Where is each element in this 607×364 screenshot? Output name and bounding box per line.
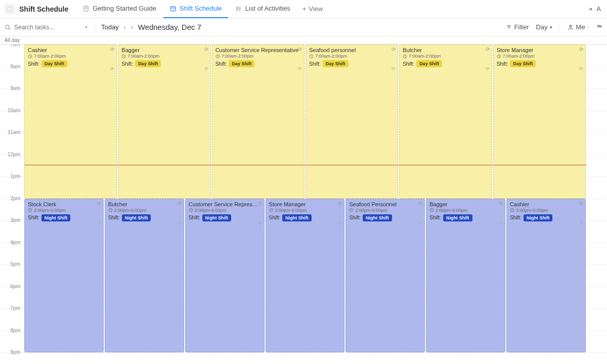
resize-handle-icon[interactable]: ⟳ xyxy=(110,66,114,71)
recurring-icon: ⟳ xyxy=(110,47,114,52)
add-view-button[interactable]: + View xyxy=(297,5,328,13)
shift-event[interactable]: Butcher7:00am-2:00pmShift:Day Shift⟳⟳ xyxy=(399,44,492,199)
shift-event[interactable]: Store Manager2:00pm-9:00pmShift:Night Sh… xyxy=(266,199,345,353)
hour-label: 7am xyxy=(0,44,22,47)
svg-point-11 xyxy=(236,10,237,10)
svg-line-26 xyxy=(124,56,125,57)
svg-line-23 xyxy=(30,56,31,57)
resize-handle-icon[interactable]: ⟳ xyxy=(499,220,503,225)
shift-event[interactable]: Bagger7:00am-2:00pmShift:Day Shift⟳⟳ xyxy=(118,44,210,199)
assignee-filter-button[interactable] xyxy=(596,24,603,31)
automate-button[interactable]: A xyxy=(587,5,601,13)
hour-label: 6pm xyxy=(0,284,22,289)
resize-handle-icon[interactable]: ⟳ xyxy=(579,66,583,71)
recurring-icon: ⟳ xyxy=(486,47,490,52)
recurring-icon: ⟳ xyxy=(258,201,262,206)
svg-line-32 xyxy=(312,56,313,57)
svg-point-10 xyxy=(236,8,237,9)
shift-event[interactable]: Customer Service Representative2:00pm-9:… xyxy=(185,199,265,353)
hour-label: 4pm xyxy=(0,240,22,245)
hour-label: 11am xyxy=(0,129,22,135)
shift-badge: Night Shift xyxy=(202,214,232,221)
recurring-icon: ⟳ xyxy=(204,47,208,52)
recurring-icon: ⟳ xyxy=(97,201,101,206)
resize-handle-icon[interactable]: ⟳ xyxy=(392,66,396,71)
current-time-indicator xyxy=(24,165,587,165)
resize-handle-icon[interactable]: ⟳ xyxy=(418,220,422,225)
resize-handle-icon[interactable]: ⟳ xyxy=(178,220,182,225)
svg-rect-4 xyxy=(170,6,175,11)
event-title: Stock Clerk xyxy=(28,201,100,207)
recurring-icon: ⟳ xyxy=(392,47,396,52)
tab-label: Shift Schedule xyxy=(180,5,222,12)
list-icon xyxy=(235,5,242,12)
hour-label: 8am xyxy=(0,64,22,69)
prev-day-button[interactable]: ‹ xyxy=(124,24,126,31)
event-shift-row: Shift:Day Shift xyxy=(215,60,301,67)
event-title: Store Manager xyxy=(269,201,341,207)
calendar-icon xyxy=(169,5,177,12)
shift-event[interactable]: Seafood Personnel2:00pm-9:00pmShift:Nigh… xyxy=(345,199,425,353)
resize-handle-icon[interactable]: ⟳ xyxy=(579,220,583,225)
shift-event[interactable]: Cashier2:00pm-9:00pmShift:Night Shift⟳⟳ xyxy=(506,199,586,353)
search-dropdown-icon[interactable]: ▾ xyxy=(85,24,88,30)
calendar-grid[interactable]: 7am8am9am10am11am12pm1pm2pm3pm4pm5pm6pm7… xyxy=(0,44,607,364)
workspace-title[interactable]: Shift Schedule xyxy=(19,5,68,13)
event-time: 2:00pm-9:00pm xyxy=(429,208,502,213)
event-shift-row: Shift:Night Shift xyxy=(269,214,341,221)
tab-shift-schedule[interactable]: Shift Schedule xyxy=(163,0,228,18)
event-title: Seafood Personnel xyxy=(349,201,421,207)
me-filter-button[interactable]: Me › xyxy=(567,23,589,31)
svg-line-44 xyxy=(110,210,111,211)
event-time: 7:00am-2:00pm xyxy=(309,54,395,59)
event-time: 7:00am-2:00pm xyxy=(215,54,301,59)
resize-handle-icon[interactable]: ⟳ xyxy=(97,220,101,225)
shift-badge: Night Shift xyxy=(122,214,151,221)
shift-event[interactable]: Cashier7:00am-2:00pmShift:Day Shift⟳⟳ xyxy=(24,44,117,199)
svg-line-56 xyxy=(432,210,433,211)
hour-label: 8pm xyxy=(0,328,22,333)
allday-row[interactable]: All day xyxy=(0,36,607,44)
clock-icon xyxy=(497,54,501,59)
top-bar: Shift Schedule Getting Started Guide Shi… xyxy=(0,0,607,18)
svg-point-20 xyxy=(600,25,601,27)
event-shift-row: Shift:Day Shift xyxy=(497,60,582,67)
search-input[interactable] xyxy=(14,24,75,31)
shift-event[interactable]: Store Manager7:00am-2:00pmShift:Day Shif… xyxy=(493,44,586,199)
recurring-icon: ⟳ xyxy=(338,201,342,206)
recurring-icon: ⟳ xyxy=(418,201,422,206)
view-mode-dropdown[interactable]: Day ▾ xyxy=(536,23,552,31)
clock-icon xyxy=(269,208,274,212)
shift-badge: Day Shift xyxy=(323,60,349,67)
svg-line-35 xyxy=(405,56,406,57)
next-day-button[interactable]: › xyxy=(131,24,133,31)
resize-handle-icon[interactable]: ⟳ xyxy=(298,66,302,71)
shift-event[interactable]: Customer Service Representative7:00am-2:… xyxy=(212,44,305,199)
tab-list-activities[interactable]: List of Activities xyxy=(229,0,296,18)
shift-event[interactable]: Stock Clerk2:00pm-9:00pmShift:Night Shif… xyxy=(24,199,104,353)
tab-getting-started[interactable]: Getting Started Guide xyxy=(76,0,162,18)
resize-handle-icon[interactable]: ⟳ xyxy=(204,66,208,71)
event-title: Store Manager xyxy=(497,47,582,53)
event-title: Butcher xyxy=(108,201,181,207)
event-time: 2:00pm-9:00pm xyxy=(28,208,100,213)
resize-handle-icon[interactable]: ⟳ xyxy=(258,220,262,225)
resize-handle-icon[interactable]: ⟳ xyxy=(338,220,342,225)
resize-handle-icon[interactable]: ⟳ xyxy=(486,66,490,71)
search-box[interactable] xyxy=(4,24,80,31)
today-button[interactable]: Today xyxy=(101,23,119,31)
clock-icon xyxy=(349,208,354,212)
hour-label: 10am xyxy=(0,108,22,113)
event-title: Bagger xyxy=(429,201,502,207)
tab-label: List of Activities xyxy=(245,5,290,12)
recurring-icon: ⟳ xyxy=(579,47,583,52)
filter-button[interactable]: Filter xyxy=(505,23,529,31)
shift-event[interactable]: Bagger2:00pm-9:00pmShift:Night Shift⟳⟳ xyxy=(426,199,505,353)
workspace-icon[interactable] xyxy=(4,4,15,15)
shift-event[interactable]: Butcher2:00pm-9:00pmShift:Night Shift⟳⟳ xyxy=(105,199,184,353)
shift-event[interactable]: Seafood personnel7:00am-2:00pmShift:Day … xyxy=(306,44,398,199)
recurring-icon: ⟳ xyxy=(298,47,302,52)
event-time: 7:00am-2:00pm xyxy=(121,54,207,59)
clock-icon xyxy=(215,54,220,59)
event-title: Butcher xyxy=(403,47,488,53)
